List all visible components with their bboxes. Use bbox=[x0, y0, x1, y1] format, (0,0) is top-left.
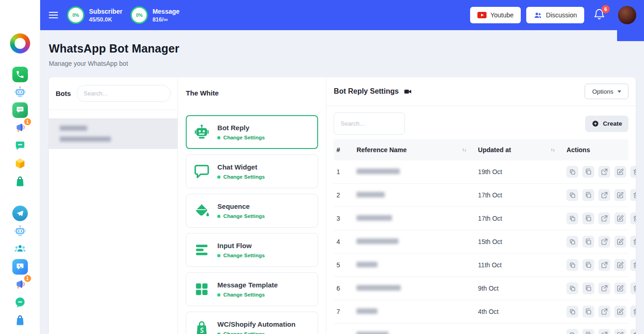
setting-card-title: Input Flow bbox=[217, 242, 265, 249]
bots-search-input[interactable] bbox=[77, 85, 171, 102]
create-button[interactable]: Create bbox=[585, 116, 628, 132]
broadcast-badge: 1 bbox=[24, 118, 31, 125]
duplicate-button[interactable] bbox=[566, 282, 578, 294]
telegram-icon[interactable] bbox=[12, 206, 28, 221]
live-chat-icon[interactable] bbox=[12, 259, 28, 275]
edit-button[interactable] bbox=[614, 236, 626, 248]
sort-icon[interactable] bbox=[461, 147, 468, 154]
row-actions bbox=[564, 166, 636, 178]
setting-card-message-template[interactable]: Message Template Change Settings bbox=[186, 272, 318, 306]
export-button[interactable] bbox=[598, 189, 610, 201]
shopping-bag-blue-icon[interactable] bbox=[12, 313, 28, 328]
copy-button[interactable] bbox=[582, 166, 594, 178]
sort-icon[interactable] bbox=[550, 147, 556, 154]
change-settings-link[interactable]: Change Settings bbox=[217, 331, 295, 334]
options-button[interactable]: Options bbox=[585, 84, 628, 99]
notifications-button[interactable]: 6 bbox=[593, 8, 605, 22]
export-button[interactable] bbox=[598, 212, 610, 224]
change-settings-link[interactable]: Change Settings bbox=[217, 174, 265, 180]
whatsapp-chat-icon[interactable] bbox=[12, 102, 28, 118]
broadcast-icon[interactable]: 1 bbox=[12, 120, 28, 136]
change-settings-link[interactable]: Change Settings bbox=[217, 253, 265, 258]
export-button[interactable] bbox=[598, 282, 610, 294]
whatsapp-icon[interactable] bbox=[12, 67, 28, 82]
copy-button[interactable] bbox=[582, 189, 594, 201]
export-button[interactable] bbox=[598, 259, 610, 271]
delete-button[interactable] bbox=[630, 306, 636, 318]
col-updated-at[interactable]: Updated at bbox=[475, 146, 564, 154]
edit-button[interactable] bbox=[614, 259, 626, 271]
col-reference-name[interactable]: Reference Name bbox=[354, 146, 475, 154]
duplicate-button[interactable] bbox=[566, 259, 578, 271]
table-row: 7 4th Oct bbox=[334, 300, 628, 323]
delete-button[interactable] bbox=[630, 212, 636, 224]
row-index: 6 bbox=[334, 285, 354, 292]
delete-button[interactable] bbox=[630, 166, 636, 178]
change-settings-link[interactable]: Change Settings bbox=[217, 292, 277, 297]
integrations-icon[interactable] bbox=[12, 156, 28, 171]
status-dot bbox=[217, 136, 220, 139]
chat-widget-icon bbox=[192, 162, 211, 181]
delete-button[interactable] bbox=[630, 189, 636, 201]
change-settings-link[interactable]: Change Settings bbox=[217, 213, 265, 219]
user-avatar[interactable] bbox=[618, 6, 636, 24]
table-row: 2 17th Oct bbox=[334, 184, 628, 207]
delete-button[interactable] bbox=[630, 282, 636, 294]
duplicate-button[interactable] bbox=[566, 212, 578, 224]
status-dot bbox=[217, 215, 220, 218]
change-settings-link[interactable]: Change Settings bbox=[217, 135, 265, 140]
youtube-button[interactable]: Youtube bbox=[470, 7, 521, 23]
app-logo[interactable] bbox=[10, 33, 30, 53]
duplicate-button[interactable] bbox=[566, 166, 578, 178]
bot-icon[interactable] bbox=[12, 85, 28, 100]
row-updated-at: 4th Oct bbox=[475, 308, 564, 315]
duplicate-button[interactable] bbox=[566, 306, 578, 318]
menu-icon[interactable] bbox=[48, 10, 59, 20]
setting-card-title: Chat Widget bbox=[217, 163, 265, 171]
bot-list-item-selected[interactable] bbox=[49, 118, 178, 149]
copy-button[interactable] bbox=[582, 329, 594, 334]
export-button[interactable] bbox=[598, 236, 610, 248]
edit-button[interactable] bbox=[614, 166, 626, 178]
row-updated-at: 17th Oct bbox=[475, 191, 564, 199]
telegram-broadcast-icon[interactable]: 1 bbox=[12, 277, 28, 292]
reply-search-input[interactable] bbox=[334, 112, 405, 135]
duplicate-button[interactable] bbox=[566, 329, 578, 334]
copy-button[interactable] bbox=[582, 306, 594, 318]
subscriber-label: Subscriber bbox=[89, 7, 122, 16]
edit-button[interactable] bbox=[614, 306, 626, 318]
setting-card-chat-widget[interactable]: Chat Widget Change Settings bbox=[186, 154, 318, 188]
edit-button[interactable] bbox=[614, 189, 626, 201]
chat-circle-icon[interactable] bbox=[12, 295, 28, 310]
export-button[interactable] bbox=[598, 166, 610, 178]
copy-button[interactable] bbox=[582, 259, 594, 271]
message-progress-ring: 0% bbox=[131, 6, 148, 24]
setting-card-bot-reply[interactable]: Bot Reply Change Settings bbox=[186, 115, 318, 149]
setting-card-sequence[interactable]: Sequence Change Settings bbox=[186, 194, 318, 228]
masked-reference-name bbox=[356, 169, 400, 174]
setting-card-input-flow[interactable]: Input Flow Change Settings bbox=[186, 233, 318, 267]
copy-button[interactable] bbox=[582, 236, 594, 248]
discussion-button[interactable]: Discussion bbox=[526, 7, 584, 23]
chat-bubble-icon[interactable] bbox=[12, 138, 28, 154]
edit-button[interactable] bbox=[614, 329, 626, 334]
masked-reference-name bbox=[356, 239, 398, 244]
edit-button[interactable] bbox=[614, 282, 626, 294]
delete-button[interactable] bbox=[630, 259, 636, 271]
input-flow-icon bbox=[192, 240, 211, 260]
status-dot bbox=[217, 293, 220, 297]
export-button[interactable] bbox=[598, 329, 610, 334]
delete-button[interactable] bbox=[630, 236, 636, 248]
copy-button[interactable] bbox=[582, 282, 594, 294]
export-button[interactable] bbox=[598, 306, 610, 318]
telegram-bot-icon[interactable] bbox=[12, 223, 28, 239]
shopping-bag-green-icon[interactable] bbox=[12, 174, 28, 189]
copy-button[interactable] bbox=[582, 212, 594, 224]
duplicate-button[interactable] bbox=[566, 189, 578, 201]
duplicate-button[interactable] bbox=[566, 236, 578, 248]
delete-button[interactable] bbox=[630, 329, 636, 334]
edit-button[interactable] bbox=[614, 212, 626, 224]
group-users-icon[interactable] bbox=[12, 241, 28, 257]
video-camera-icon[interactable] bbox=[403, 87, 412, 96]
setting-card-wc-shopify[interactable]: WC/Shopify Automation Change Settings bbox=[186, 312, 318, 334]
